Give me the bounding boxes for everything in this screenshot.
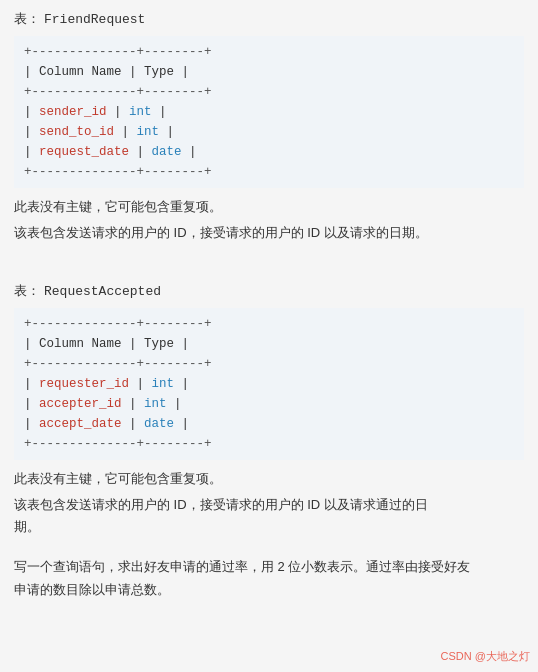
section-friend-request: 表： FriendRequest +--------------+-------… [14, 10, 524, 244]
table-border-bottom-2: +--------------+--------+ [24, 434, 514, 454]
table-header-2: | Column Name | Type | [24, 334, 514, 354]
desc1-line2: 该表包含发送请求的用户的 ID，接受请求的用户的 ID 以及请求的日期。 [14, 222, 524, 244]
table-label-1: 表： FriendRequest [14, 10, 524, 28]
table-border-top-1: +--------------+--------+ [24, 42, 514, 62]
table-header-1: | Column Name | Type | [24, 62, 514, 82]
label-prefix-1: 表： [14, 10, 40, 28]
table-label-2: 表： RequestAccepted [14, 282, 524, 300]
divider [14, 262, 524, 282]
table-row-send-to-id: | send_to_id | int | [24, 122, 514, 142]
table-row-accepter-id: | accepter_id | int | [24, 394, 514, 414]
table-row-requester-id: | requester_id | int | [24, 374, 514, 394]
table-box-1: +--------------+--------+ | Column Name … [14, 36, 524, 188]
table-border-mid-1: +--------------+--------+ [24, 82, 514, 102]
table-row-sender-id: | sender_id | int | [24, 102, 514, 122]
label-prefix-2: 表： [14, 282, 40, 300]
table-border-bottom-1: +--------------+--------+ [24, 162, 514, 182]
watermark: CSDN @大地之灯 [441, 649, 530, 664]
table-border-mid-2: +--------------+--------+ [24, 354, 514, 374]
section-request-accepted: 表： RequestAccepted +--------------+-----… [14, 282, 524, 538]
desc1-line1: 此表没有主键，它可能包含重复项。 [14, 196, 524, 218]
table-name-2: RequestAccepted [44, 284, 161, 299]
table-border-top-2: +--------------+--------+ [24, 314, 514, 334]
table-name-1: FriendRequest [44, 12, 145, 27]
desc2-line1: 此表没有主键，它可能包含重复项。 [14, 468, 524, 490]
desc2-line2: 该表包含发送请求的用户的 ID，接受请求的用户的 ID 以及请求通过的日期。 [14, 494, 524, 538]
table-box-2: +--------------+--------+ | Column Name … [14, 308, 524, 460]
table-row-accept-date: | accept_date | date | [24, 414, 514, 434]
bottom-description: 写一个查询语句，求出好友申请的通过率，用 2 位小数表示。通过率由接受好友申请的… [14, 556, 524, 600]
table-row-request-date: | request_date | date | [24, 142, 514, 162]
